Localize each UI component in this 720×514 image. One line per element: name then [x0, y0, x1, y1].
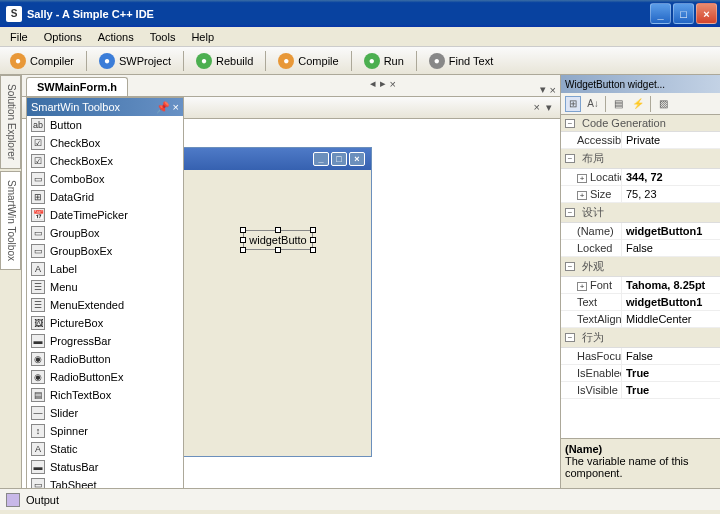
- collapse-icon[interactable]: −: [565, 333, 575, 342]
- toolbox-item-menuextended[interactable]: ☰MenuExtended: [27, 296, 183, 314]
- menu-options[interactable]: Options: [36, 29, 90, 45]
- app-icon: S: [6, 6, 22, 22]
- prop-category[interactable]: −Code Generation: [561, 115, 720, 132]
- toolbar-rebuild[interactable]: ●Rebuild: [190, 51, 259, 71]
- resize-handle-s[interactable]: [275, 247, 281, 253]
- prop-row[interactable]: +Location344, 72: [561, 169, 720, 186]
- resize-handle-ne[interactable]: [310, 227, 316, 233]
- toolbox-item-radiobuttonex[interactable]: ◉RadioButtonEx: [27, 368, 183, 386]
- toolbox-item-progressbar[interactable]: ▬ProgressBar: [27, 332, 183, 350]
- toolbox-item-picturebox[interactable]: 🖼PictureBox: [27, 314, 183, 332]
- resize-handle-sw[interactable]: [240, 247, 246, 253]
- prop-category[interactable]: −设计: [561, 203, 720, 223]
- menu-help[interactable]: Help: [183, 29, 222, 45]
- menu-file[interactable]: File: [2, 29, 36, 45]
- events-icon[interactable]: ⚡: [630, 96, 646, 112]
- toolbox-item-statusbar[interactable]: ▬StatusBar: [27, 458, 183, 476]
- find text-icon: ●: [429, 53, 445, 69]
- toolbox-item-menu[interactable]: ☰Menu: [27, 278, 183, 296]
- tab-left-icon[interactable]: ◂: [370, 77, 376, 90]
- toolbox-item-checkbox[interactable]: ☑CheckBox: [27, 134, 183, 152]
- design-max-icon[interactable]: □: [331, 152, 347, 166]
- toolbox-item-groupboxex[interactable]: ▭GroupBoxEx: [27, 242, 183, 260]
- tab-close-icon[interactable]: ×: [550, 84, 556, 96]
- minimize-button[interactable]: _: [650, 3, 671, 24]
- side-tab-solution-explorer[interactable]: Solution Explorer: [0, 75, 21, 169]
- expand-icon[interactable]: +: [577, 174, 587, 183]
- toolbox-item-groupbox[interactable]: ▭GroupBox: [27, 224, 183, 242]
- menu-actions[interactable]: Actions: [90, 29, 142, 45]
- prop-row[interactable]: AccessibilPrivate: [561, 132, 720, 149]
- maximize-button[interactable]: □: [673, 3, 694, 24]
- editor-close-icon[interactable]: ×: [534, 101, 540, 114]
- label-icon: A: [31, 262, 45, 276]
- groupbox-icon: ▭: [31, 226, 45, 240]
- properties-header[interactable]: WidgetButton widget...: [561, 75, 720, 93]
- resize-handle-nw[interactable]: [240, 227, 246, 233]
- tab-dropdown-icon[interactable]: ▾: [540, 83, 546, 96]
- resize-handle-se[interactable]: [310, 247, 316, 253]
- resize-handle-n[interactable]: [275, 227, 281, 233]
- prop-row[interactable]: IsVisibleTrue: [561, 382, 720, 399]
- prop-category[interactable]: −行为: [561, 328, 720, 348]
- prop-row[interactable]: TextwidgetButton1: [561, 294, 720, 311]
- selected-widget-button[interactable]: widgetButto: [243, 230, 313, 250]
- tab-right-icon[interactable]: ▸: [380, 77, 386, 90]
- alphabetical-icon[interactable]: A↓: [585, 96, 601, 112]
- side-tab-smartwin-toolbox[interactable]: SmartWin Toolbox: [0, 171, 21, 270]
- toolbox-item-button[interactable]: abButton: [27, 116, 183, 134]
- toolbox-item-checkboxex[interactable]: ☑CheckBoxEx: [27, 152, 183, 170]
- prop-category[interactable]: −布局: [561, 149, 720, 169]
- toolbox-item-spinner[interactable]: ↕Spinner: [27, 422, 183, 440]
- output-tab[interactable]: Output: [26, 494, 59, 506]
- prop-row[interactable]: LockedFalse: [561, 240, 720, 257]
- prop-row[interactable]: (Name)widgetButton1: [561, 223, 720, 240]
- collapse-icon[interactable]: −: [565, 208, 575, 217]
- collapse-icon[interactable]: −: [565, 154, 575, 163]
- toolbox-item-label[interactable]: ALabel: [27, 260, 183, 278]
- expand-icon[interactable]: +: [577, 191, 587, 200]
- editor-more-icon[interactable]: ▾: [546, 101, 552, 114]
- collapse-icon[interactable]: −: [565, 119, 575, 128]
- toolbox-item-richtextbox[interactable]: ▤RichTextBox: [27, 386, 183, 404]
- design-close-icon[interactable]: ×: [349, 152, 365, 166]
- toolbar-compile[interactable]: ●Compile: [272, 51, 344, 71]
- toolbar-find-text[interactable]: ●Find Text: [423, 51, 499, 71]
- design-min-icon[interactable]: _: [313, 152, 329, 166]
- doc-tab-swmainform[interactable]: SWMainForm.h: [26, 77, 128, 96]
- toolbox-item-datagrid[interactable]: ⊞DataGrid: [27, 188, 183, 206]
- editor-area: in GUI Editor × ▾ low _ □ × w: [22, 97, 560, 488]
- document-tabs: SWMainForm.h ▾ × ◂ ▸ ×: [22, 75, 560, 97]
- tab-close-all-icon[interactable]: ×: [390, 78, 396, 90]
- prop-row[interactable]: IsEnablecTrue: [561, 365, 720, 382]
- toolbox-item-tabsheet[interactable]: ▭TabSheet: [27, 476, 183, 488]
- property-pages-icon[interactable]: ▨: [655, 96, 671, 112]
- resize-handle-e[interactable]: [310, 237, 316, 243]
- prop-row[interactable]: +Size75, 23: [561, 186, 720, 203]
- toolbar-swproject[interactable]: ●SWProject: [93, 51, 177, 71]
- prop-category[interactable]: −外观: [561, 257, 720, 277]
- pin-icon[interactable]: 📌: [156, 101, 170, 114]
- resize-handle-w[interactable]: [240, 237, 246, 243]
- prop-row[interactable]: TextAlignMiddleCenter: [561, 311, 720, 328]
- categorized-icon[interactable]: ⊞: [565, 96, 581, 112]
- toolbox-item-datetimepicker[interactable]: 📅DateTimePicker: [27, 206, 183, 224]
- toolbar-compiler[interactable]: ●Compiler: [4, 51, 80, 71]
- toolbox-item-radiobutton[interactable]: ◉RadioButton: [27, 350, 183, 368]
- properties-icon[interactable]: ▤: [610, 96, 626, 112]
- prop-row[interactable]: HasFocusFalse: [561, 348, 720, 365]
- toolbox-item-combobox[interactable]: ▭ComboBox: [27, 170, 183, 188]
- toolbox-panel: SmartWin Toolbox 📌 × abButton☑CheckBox☑C…: [26, 97, 184, 488]
- toolbox-item-slider[interactable]: —Slider: [27, 404, 183, 422]
- toolbar: ●Compiler●SWProject●Rebuild●Compile●Run●…: [0, 47, 720, 75]
- toolbox-title[interactable]: SmartWin Toolbox 📌 ×: [27, 98, 183, 116]
- toolbox-close-icon[interactable]: ×: [173, 101, 179, 114]
- toolbar-run[interactable]: ●Run: [358, 51, 410, 71]
- menu-tools[interactable]: Tools: [142, 29, 184, 45]
- collapse-icon[interactable]: −: [565, 262, 575, 271]
- prop-row[interactable]: +FontTahoma, 8.25pt: [561, 277, 720, 294]
- close-button[interactable]: ×: [696, 3, 717, 24]
- expand-icon[interactable]: +: [577, 282, 587, 291]
- property-grid[interactable]: −Code GenerationAccessibilPrivate−布局+Loc…: [561, 115, 720, 438]
- toolbox-item-static[interactable]: AStatic: [27, 440, 183, 458]
